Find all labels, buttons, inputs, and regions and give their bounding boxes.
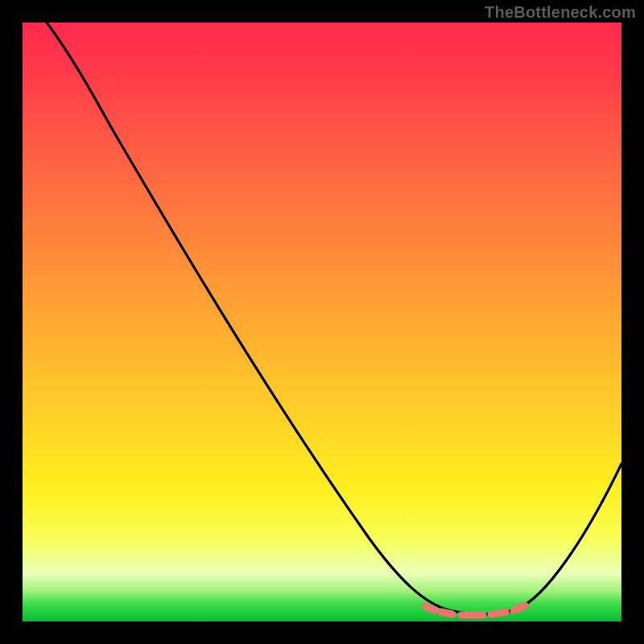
bottleneck-curve [23, 23, 621, 621]
curve-path [47, 23, 621, 614]
plot-area [23, 23, 621, 621]
chart-frame: TheBottleneck.com [0, 0, 644, 644]
watermark-text: TheBottleneck.com [485, 3, 636, 22]
